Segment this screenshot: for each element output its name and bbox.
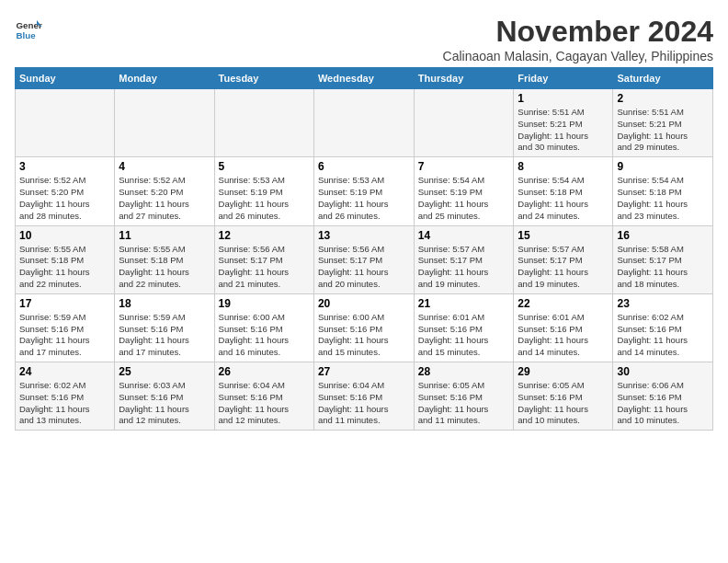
calendar-cell: 7Sunrise: 5:54 AM Sunset: 5:19 PM Daylig… xyxy=(414,157,514,225)
calendar-cell xyxy=(214,89,313,157)
calendar-cell: 25Sunrise: 6:03 AM Sunset: 5:16 PM Dayli… xyxy=(115,362,214,431)
day-info: Sunrise: 6:04 AM Sunset: 5:16 PM Dayligh… xyxy=(318,380,410,427)
day-number: 13 xyxy=(318,229,410,242)
calendar-cell: 14Sunrise: 5:57 AM Sunset: 5:17 PM Dayli… xyxy=(414,225,514,293)
day-number: 2 xyxy=(617,92,709,105)
day-info: Sunrise: 6:00 AM Sunset: 5:16 PM Dayligh… xyxy=(219,312,310,359)
day-info: Sunrise: 5:53 AM Sunset: 5:19 PM Dayligh… xyxy=(219,175,310,222)
day-number: 7 xyxy=(418,160,510,173)
day-info: Sunrise: 6:01 AM Sunset: 5:16 PM Dayligh… xyxy=(418,312,510,359)
day-info: Sunrise: 6:06 AM Sunset: 5:16 PM Dayligh… xyxy=(617,380,709,427)
day-number: 22 xyxy=(518,297,609,310)
month-title: November 2024 xyxy=(443,15,713,49)
day-info: Sunrise: 5:55 AM Sunset: 5:18 PM Dayligh… xyxy=(119,244,210,291)
calendar-cell: 21Sunrise: 6:01 AM Sunset: 5:16 PM Dayli… xyxy=(414,293,514,362)
day-info: Sunrise: 5:54 AM Sunset: 5:18 PM Dayligh… xyxy=(617,175,709,222)
day-info: Sunrise: 6:02 AM Sunset: 5:16 PM Dayligh… xyxy=(617,312,709,359)
day-info: Sunrise: 5:56 AM Sunset: 5:17 PM Dayligh… xyxy=(219,244,310,291)
calendar-cell: 5Sunrise: 5:53 AM Sunset: 5:19 PM Daylig… xyxy=(214,157,313,225)
day-number: 26 xyxy=(219,365,310,378)
calendar-cell: 24Sunrise: 6:02 AM Sunset: 5:16 PM Dayli… xyxy=(16,362,115,431)
column-header-thursday: Thursday xyxy=(414,68,514,89)
day-number: 10 xyxy=(19,229,110,242)
logo-icon: General Blue xyxy=(15,15,42,42)
calendar-cell xyxy=(16,89,115,157)
day-number: 14 xyxy=(418,229,510,242)
calendar-cell: 16Sunrise: 5:58 AM Sunset: 5:17 PM Dayli… xyxy=(613,225,713,293)
calendar-cell: 23Sunrise: 6:02 AM Sunset: 5:16 PM Dayli… xyxy=(613,293,713,362)
logo: General Blue xyxy=(15,15,42,42)
day-info: Sunrise: 5:54 AM Sunset: 5:18 PM Dayligh… xyxy=(518,175,609,222)
column-header-monday: Monday xyxy=(115,68,214,89)
column-header-saturday: Saturday xyxy=(613,68,713,89)
title-area: November 2024 Calinaoan Malasin, Cagayan… xyxy=(443,15,713,63)
day-number: 9 xyxy=(617,160,709,173)
day-info: Sunrise: 6:01 AM Sunset: 5:16 PM Dayligh… xyxy=(518,312,609,359)
calendar-cell: 4Sunrise: 5:52 AM Sunset: 5:20 PM Daylig… xyxy=(115,157,214,225)
day-info: Sunrise: 5:56 AM Sunset: 5:17 PM Dayligh… xyxy=(318,244,410,291)
calendar-cell xyxy=(414,89,514,157)
day-info: Sunrise: 5:57 AM Sunset: 5:17 PM Dayligh… xyxy=(518,244,609,291)
calendar-cell: 8Sunrise: 5:54 AM Sunset: 5:18 PM Daylig… xyxy=(514,157,613,225)
location-title: Calinaoan Malasin, Cagayan Valley, Phili… xyxy=(443,49,713,63)
day-info: Sunrise: 6:04 AM Sunset: 5:16 PM Dayligh… xyxy=(219,380,310,427)
week-row-3: 10Sunrise: 5:55 AM Sunset: 5:18 PM Dayli… xyxy=(16,225,713,293)
day-number: 18 xyxy=(119,297,210,310)
week-row-4: 17Sunrise: 5:59 AM Sunset: 5:16 PM Dayli… xyxy=(16,293,713,362)
day-number: 6 xyxy=(318,160,410,173)
day-number: 12 xyxy=(219,229,310,242)
day-info: Sunrise: 6:05 AM Sunset: 5:16 PM Dayligh… xyxy=(418,380,510,427)
calendar-cell: 29Sunrise: 6:05 AM Sunset: 5:16 PM Dayli… xyxy=(514,362,613,431)
calendar-cell: 1Sunrise: 5:51 AM Sunset: 5:21 PM Daylig… xyxy=(514,89,613,157)
calendar-table: SundayMondayTuesdayWednesdayThursdayFrid… xyxy=(15,67,713,431)
day-number: 23 xyxy=(617,297,709,310)
calendar-cell: 17Sunrise: 5:59 AM Sunset: 5:16 PM Dayli… xyxy=(16,293,115,362)
svg-text:General: General xyxy=(17,20,43,30)
week-row-5: 24Sunrise: 6:02 AM Sunset: 5:16 PM Dayli… xyxy=(16,362,713,431)
calendar-cell: 13Sunrise: 5:56 AM Sunset: 5:17 PM Dayli… xyxy=(313,225,414,293)
day-number: 20 xyxy=(318,297,410,310)
calendar-cell: 28Sunrise: 6:05 AM Sunset: 5:16 PM Dayli… xyxy=(414,362,514,431)
page-header: General Blue November 2024 Calinaoan Mal… xyxy=(15,15,713,63)
calendar-cell: 15Sunrise: 5:57 AM Sunset: 5:17 PM Dayli… xyxy=(514,225,613,293)
calendar-cell: 3Sunrise: 5:52 AM Sunset: 5:20 PM Daylig… xyxy=(16,157,115,225)
day-number: 25 xyxy=(119,365,210,378)
day-info: Sunrise: 5:52 AM Sunset: 5:20 PM Dayligh… xyxy=(119,175,210,222)
calendar-cell: 10Sunrise: 5:55 AM Sunset: 5:18 PM Dayli… xyxy=(16,225,115,293)
day-info: Sunrise: 5:59 AM Sunset: 5:16 PM Dayligh… xyxy=(119,312,210,359)
calendar-cell: 19Sunrise: 6:00 AM Sunset: 5:16 PM Dayli… xyxy=(214,293,313,362)
calendar-cell: 12Sunrise: 5:56 AM Sunset: 5:17 PM Dayli… xyxy=(214,225,313,293)
day-info: Sunrise: 5:51 AM Sunset: 5:21 PM Dayligh… xyxy=(518,107,609,154)
column-header-tuesday: Tuesday xyxy=(214,68,313,89)
day-info: Sunrise: 5:58 AM Sunset: 5:17 PM Dayligh… xyxy=(617,244,709,291)
day-number: 3 xyxy=(19,160,110,173)
calendar-header-row: SundayMondayTuesdayWednesdayThursdayFrid… xyxy=(16,68,713,89)
calendar-cell: 20Sunrise: 6:00 AM Sunset: 5:16 PM Dayli… xyxy=(313,293,414,362)
day-info: Sunrise: 6:05 AM Sunset: 5:16 PM Dayligh… xyxy=(518,380,609,427)
day-info: Sunrise: 6:00 AM Sunset: 5:16 PM Dayligh… xyxy=(318,312,410,359)
calendar-cell: 11Sunrise: 5:55 AM Sunset: 5:18 PM Dayli… xyxy=(115,225,214,293)
column-header-friday: Friday xyxy=(514,68,613,89)
calendar-cell xyxy=(115,89,214,157)
day-number: 29 xyxy=(518,365,609,378)
calendar-cell: 27Sunrise: 6:04 AM Sunset: 5:16 PM Dayli… xyxy=(313,362,414,431)
calendar-body: 1Sunrise: 5:51 AM Sunset: 5:21 PM Daylig… xyxy=(16,89,713,431)
day-number: 21 xyxy=(418,297,510,310)
day-info: Sunrise: 5:59 AM Sunset: 5:16 PM Dayligh… xyxy=(19,312,110,359)
day-number: 8 xyxy=(518,160,609,173)
column-header-sunday: Sunday xyxy=(16,68,115,89)
day-info: Sunrise: 5:51 AM Sunset: 5:21 PM Dayligh… xyxy=(617,107,709,154)
week-row-1: 1Sunrise: 5:51 AM Sunset: 5:21 PM Daylig… xyxy=(16,89,713,157)
day-info: Sunrise: 5:53 AM Sunset: 5:19 PM Dayligh… xyxy=(318,175,410,222)
day-number: 17 xyxy=(19,297,110,310)
calendar-cell: 30Sunrise: 6:06 AM Sunset: 5:16 PM Dayli… xyxy=(613,362,713,431)
column-header-wednesday: Wednesday xyxy=(313,68,414,89)
week-row-2: 3Sunrise: 5:52 AM Sunset: 5:20 PM Daylig… xyxy=(16,157,713,225)
day-number: 24 xyxy=(19,365,110,378)
day-number: 15 xyxy=(518,229,609,242)
day-info: Sunrise: 5:54 AM Sunset: 5:19 PM Dayligh… xyxy=(418,175,510,222)
calendar-cell: 2Sunrise: 5:51 AM Sunset: 5:21 PM Daylig… xyxy=(613,89,713,157)
day-info: Sunrise: 6:02 AM Sunset: 5:16 PM Dayligh… xyxy=(19,380,110,427)
day-info: Sunrise: 6:03 AM Sunset: 5:16 PM Dayligh… xyxy=(119,380,210,427)
calendar-cell xyxy=(313,89,414,157)
